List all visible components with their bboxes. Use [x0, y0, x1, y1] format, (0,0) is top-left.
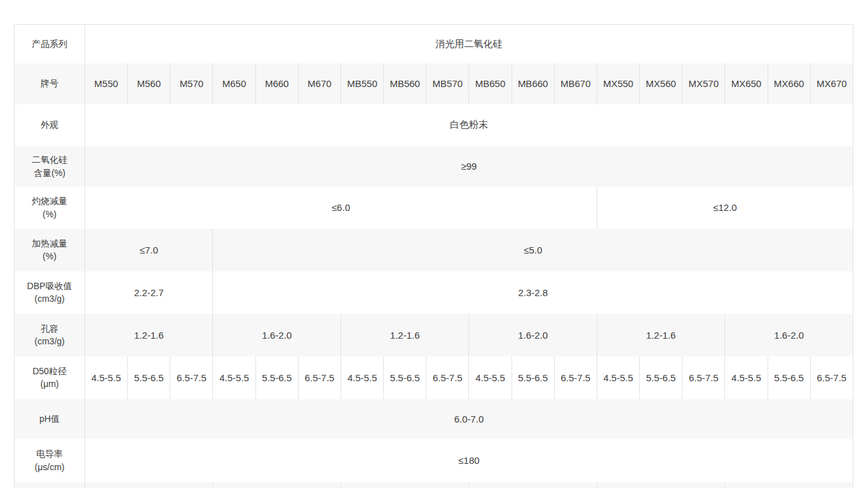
- value-cell: ≥99: [85, 146, 853, 187]
- value-cell: 6.5-7.5: [298, 356, 341, 399]
- value-cell: 5.5-6.5: [128, 356, 170, 399]
- value-cell: MB570: [426, 64, 469, 104]
- value-cell: ≤180: [85, 439, 853, 482]
- value-cell: M570: [170, 64, 213, 104]
- value-cell: 5.5-6.5: [384, 356, 426, 399]
- row-label-loss-on-ignition: 灼烧减量 (%): [15, 187, 85, 229]
- value-cell: 6.5-7.5: [682, 356, 725, 399]
- value-cell: M550: [85, 64, 128, 104]
- product-spec-table: 产品系列消光用二氧化硅牌号M550M560M570M650M660M670MB5…: [14, 24, 853, 488]
- value-cell: [469, 482, 597, 488]
- value-cell: [85, 482, 213, 488]
- value-cell: 6.5-7.5: [554, 356, 597, 399]
- table-row-partial-row: [15, 482, 853, 488]
- value-cell: 6.0-7.0: [85, 399, 853, 439]
- row-label-partial-row: [15, 482, 85, 488]
- value-cell: M670: [298, 64, 341, 104]
- value-cell: 2.2-2.7: [85, 271, 213, 314]
- value-cell: 1.6-2.0: [469, 314, 597, 356]
- row-label-appearance: 外观: [15, 104, 85, 146]
- value-cell: 1.2-1.6: [597, 314, 724, 356]
- value-cell: 消光用二氧化硅: [85, 25, 853, 64]
- table-row-appearance: 外观白色粉末: [15, 104, 853, 146]
- value-cell: [213, 482, 341, 488]
- value-cell: MB660: [512, 64, 554, 104]
- value-cell: M650: [213, 64, 255, 104]
- value-cell: 4.5-5.5: [85, 356, 128, 399]
- table-row-dbp-absorption: DBP吸收值 (cm3/g)2.2-2.72.3-2.8: [15, 271, 853, 314]
- row-label-product-series: 产品系列: [15, 25, 85, 64]
- value-cell: 4.5-5.5: [469, 356, 512, 399]
- value-cell: 6.5-7.5: [170, 356, 213, 399]
- value-cell: ≤5.0: [213, 229, 853, 271]
- value-cell: MX550: [597, 64, 639, 104]
- value-cell: ≤7.0: [85, 229, 213, 271]
- value-cell: 4.5-5.5: [213, 356, 255, 399]
- row-label-silica-content: 二氧化硅 含量(%): [15, 146, 85, 187]
- value-cell: ≤12.0: [597, 187, 853, 229]
- value-cell: MB550: [341, 64, 383, 104]
- value-cell: 1.6-2.0: [213, 314, 341, 356]
- value-cell: MX650: [725, 64, 768, 104]
- value-cell: MB650: [469, 64, 512, 104]
- value-cell: 6.5-7.5: [426, 356, 469, 399]
- value-cell: MX670: [810, 64, 853, 104]
- value-cell: MX660: [768, 64, 810, 104]
- value-cell: 5.5-6.5: [512, 356, 554, 399]
- row-label-pore-volume: 孔容 (cm3/g): [15, 314, 85, 356]
- table-row-conductivity: 电导率 (μs/cm)≤180: [15, 439, 853, 482]
- table-row-d50-particle-size: D50粒径 (μm)4.5-5.55.5-6.56.5-7.54.5-5.55.…: [15, 356, 853, 399]
- value-cell: 4.5-5.5: [725, 356, 768, 399]
- product-spec-table-container: 产品系列消光用二氧化硅牌号M550M560M570M650M660M670MB5…: [14, 24, 853, 488]
- value-cell: M560: [128, 64, 170, 104]
- table-row-silica-content: 二氧化硅 含量(%)≥99: [15, 146, 853, 187]
- row-label-loss-on-heating: 加热减量 (%): [15, 229, 85, 271]
- row-label-d50-particle-size: D50粒径 (μm): [15, 356, 85, 399]
- value-cell: 1.2-1.6: [85, 314, 213, 356]
- value-cell: 4.5-5.5: [597, 356, 639, 399]
- value-cell: [341, 482, 468, 488]
- table-row-ph-value: pH值6.0-7.0: [15, 399, 853, 439]
- table-row-pore-volume: 孔容 (cm3/g)1.2-1.61.6-2.01.2-1.61.6-2.01.…: [15, 314, 853, 356]
- value-cell: 白色粉末: [85, 104, 853, 146]
- value-cell: 2.3-2.8: [213, 271, 853, 314]
- value-cell: 6.5-7.5: [810, 356, 853, 399]
- spec-table-body: 产品系列消光用二氧化硅牌号M550M560M570M650M660M670MB5…: [15, 25, 853, 488]
- value-cell: 5.5-6.5: [768, 356, 810, 399]
- table-row-loss-on-heating: 加热减量 (%)≤7.0≤5.0: [15, 229, 853, 271]
- value-cell: M660: [255, 64, 298, 104]
- table-row-loss-on-ignition: 灼烧减量 (%)≤6.0≤12.0: [15, 187, 853, 229]
- value-cell: 4.5-5.5: [341, 356, 383, 399]
- table-row-product-series: 产品系列消光用二氧化硅: [15, 25, 853, 64]
- row-label-dbp-absorption: DBP吸收值 (cm3/g): [15, 271, 85, 314]
- value-cell: [725, 482, 853, 488]
- row-label-grade: 牌号: [15, 64, 85, 104]
- value-cell: MB560: [384, 64, 426, 104]
- value-cell: MX560: [640, 64, 682, 104]
- value-cell: 1.6-2.0: [725, 314, 853, 356]
- value-cell: [597, 482, 724, 488]
- value-cell: 1.2-1.6: [341, 314, 468, 356]
- value-cell: MB670: [554, 64, 597, 104]
- row-label-conductivity: 电导率 (μs/cm): [15, 439, 85, 482]
- value-cell: 5.5-6.5: [255, 356, 298, 399]
- value-cell: 5.5-6.5: [640, 356, 682, 399]
- value-cell: ≤6.0: [85, 187, 597, 229]
- row-label-ph-value: pH值: [15, 399, 85, 439]
- value-cell: MX570: [682, 64, 725, 104]
- table-row-grade: 牌号M550M560M570M650M660M670MB550MB560MB57…: [15, 64, 853, 104]
